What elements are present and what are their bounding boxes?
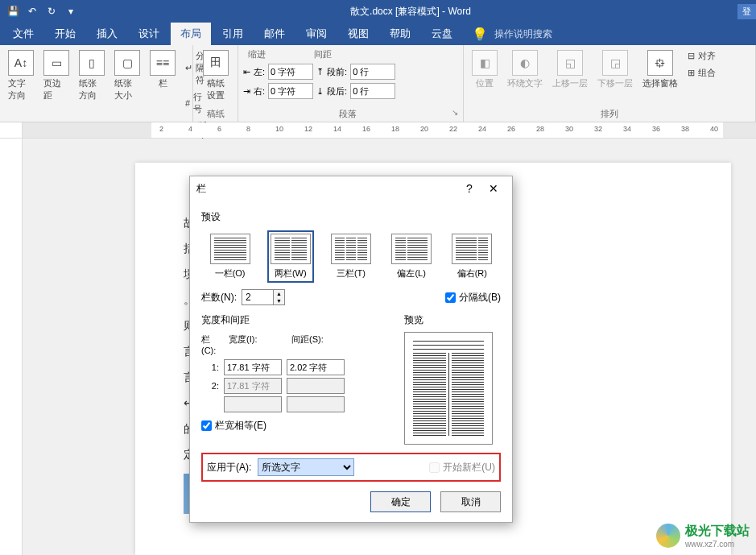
- indent-left-input[interactable]: [268, 64, 313, 80]
- qa-dropdown-icon[interactable]: ▾: [64, 6, 77, 17]
- tell-me-bulb-icon: 💡: [472, 27, 488, 42]
- preset-two[interactable]: 两栏(W): [269, 232, 312, 281]
- cancel-button[interactable]: 取消: [440, 491, 501, 512]
- ok-button[interactable]: 确定: [370, 491, 431, 512]
- breaks-icon: ↵: [185, 63, 192, 73]
- tab-design[interactable]: 设计: [129, 23, 169, 45]
- group-objects-button: ⊞组合: [684, 65, 719, 81]
- send-backward-button: ◲下移一层: [594, 48, 636, 91]
- tab-cloud[interactable]: 云盘: [422, 23, 462, 45]
- tab-mail[interactable]: 邮件: [254, 23, 295, 45]
- group-paper: 田稿纸 设置 稿纸: [193, 45, 238, 122]
- col-count-label: 栏数(N):: [201, 291, 237, 304]
- columns-button[interactable]: ≡≡栏: [147, 48, 179, 91]
- col2-width-input: [224, 378, 282, 394]
- space-after-input[interactable]: [350, 83, 395, 99]
- bring-forward-button: ◱上移一层: [549, 48, 591, 91]
- align-icon: ⊟: [688, 51, 695, 61]
- login-button[interactable]: 登: [737, 4, 756, 19]
- margins-button[interactable]: ▭页边距: [40, 48, 72, 103]
- tab-view[interactable]: 视图: [338, 23, 378, 45]
- ribbon: A↕文字方向 ▭页边距 ▯纸张方向 ▢纸张大小 ≡≡栏 ↵分隔符 #行号 bc断…: [0, 45, 756, 122]
- vertical-ruler[interactable]: [0, 139, 23, 555]
- apply-to-highlight: 应用于(A): 所选文字 开始新栏(U): [201, 453, 501, 482]
- save-icon[interactable]: 💾: [6, 6, 19, 17]
- col3-spacing-input: [287, 396, 345, 412]
- watermark-logo-icon: [656, 524, 680, 548]
- wrap-text-button: ◐环绕文字: [504, 48, 546, 91]
- dialog-close-icon[interactable]: ✕: [481, 182, 506, 195]
- manuscript-button[interactable]: 田稿纸 设置: [198, 48, 233, 103]
- align-button: ⊟对齐: [684, 48, 719, 64]
- preset-left[interactable]: 偏左(L): [390, 232, 433, 281]
- dialog-title: 栏: [196, 182, 457, 196]
- undo-icon[interactable]: ↶: [26, 6, 39, 17]
- group-icon: ⊞: [688, 68, 695, 78]
- col3-width-input: [224, 396, 282, 412]
- group-paragraph: 缩进间距 ⇤左: ⤒段前: ⇥右: ⤓段后: 段落↘: [238, 45, 464, 122]
- col-count-input[interactable]: [242, 289, 274, 305]
- spin-down-icon[interactable]: ▼: [274, 297, 284, 304]
- preset-three[interactable]: 三栏(T): [329, 232, 373, 281]
- watermark: 极光下载站 www.xz7.com: [656, 523, 750, 549]
- apply-to-select[interactable]: 所选文字: [258, 458, 354, 476]
- indent-left-icon: ⇤: [243, 67, 250, 77]
- apply-to-label: 应用于(A):: [207, 461, 251, 474]
- new-column-checkbox: 开始新栏(U): [429, 461, 495, 474]
- tab-insert[interactable]: 插入: [87, 23, 127, 45]
- space-after-icon: ⤓: [316, 86, 324, 97]
- group-arrange: ◧位置 ◐环绕文字 ◱上移一层 ◲下移一层 ⯐选择窗格 ⊟对齐 ⊞组合 排列: [464, 45, 756, 122]
- tell-me-search[interactable]: 操作说明搜索: [494, 27, 552, 41]
- ribbon-tabs: 文件 开始 插入 设计 布局 引用 邮件 审阅 视图 帮助 云盘 💡 操作说明搜…: [0, 23, 756, 45]
- tab-file[interactable]: 文件: [3, 23, 43, 45]
- space-before-icon: ⤒: [316, 67, 324, 77]
- preset-right[interactable]: 偏右(R): [450, 232, 494, 281]
- indent-right-input[interactable]: [268, 83, 313, 99]
- tab-help[interactable]: 帮助: [380, 23, 420, 45]
- col2-spacing-input: [287, 378, 345, 394]
- columns-dialog: 栏 ? ✕ 预设 一栏(O) 两栏(W) 三栏(T) 偏左(L) 偏右(R) 栏…: [189, 176, 513, 523]
- space-before-input[interactable]: [350, 64, 395, 80]
- preview-pane: [404, 332, 493, 445]
- line-no-icon: #: [185, 98, 190, 108]
- redo-icon[interactable]: ↻: [45, 6, 58, 17]
- quick-access-toolbar: 💾 ↶ ↻ ▾: [0, 6, 84, 17]
- position-button: ◧位置: [469, 48, 501, 91]
- horizontal-ruler[interactable]: 246810121416182022242628303234363840: [0, 122, 756, 139]
- selection-pane-button[interactable]: ⯐选择窗格: [639, 48, 681, 91]
- preset-one[interactable]: 一栏(O): [209, 232, 252, 281]
- col1-width-input[interactable]: [224, 359, 282, 375]
- separator-checkbox[interactable]: 分隔线(B): [445, 291, 501, 304]
- title-bar: 💾 ↶ ↻ ▾ 散文.docx [兼容模式] - Word 登: [0, 0, 756, 23]
- dialog-help-icon[interactable]: ?: [457, 182, 481, 195]
- page-size-button[interactable]: ▢纸张大小: [111, 48, 143, 103]
- col1-spacing-input[interactable]: [287, 359, 345, 375]
- window-title: 散文.docx [兼容模式] - Word: [84, 5, 737, 19]
- orientation-button[interactable]: ▯纸张方向: [76, 48, 108, 103]
- indent-right-icon: ⇥: [243, 86, 250, 97]
- spin-up-icon[interactable]: ▲: [274, 290, 284, 297]
- paragraph-launcher-icon[interactable]: ↘: [452, 108, 458, 117]
- tab-home[interactable]: 开始: [45, 23, 85, 45]
- tab-layout[interactable]: 布局: [171, 23, 211, 45]
- tab-references[interactable]: 引用: [213, 23, 253, 45]
- tab-review[interactable]: 审阅: [296, 23, 337, 45]
- presets-label: 预设: [201, 210, 501, 224]
- equal-width-checkbox[interactable]: 栏宽相等(E): [201, 419, 393, 433]
- group-page-setup: A↕文字方向 ▭页边距 ▯纸张方向 ▢纸张大小 ≡≡栏 ↵分隔符 #行号 bc断…: [0, 45, 193, 122]
- text-direction-button[interactable]: A↕文字方向: [5, 48, 37, 103]
